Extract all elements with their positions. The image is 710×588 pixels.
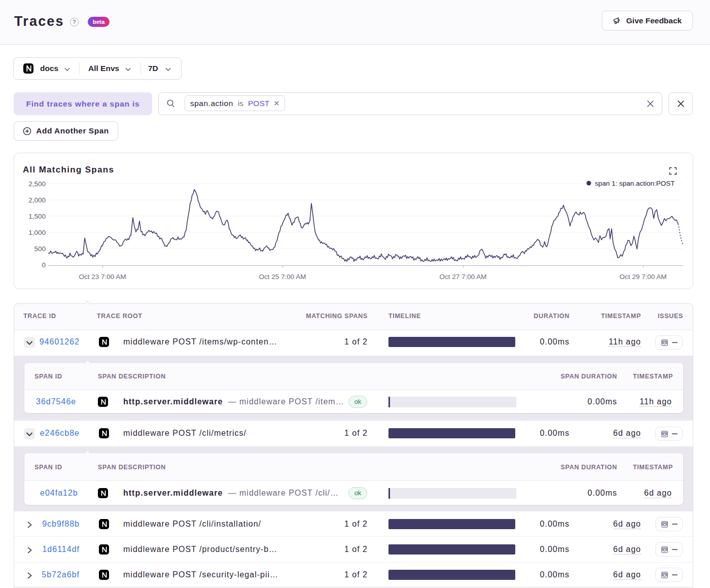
svg-text:2,500: 2,500	[28, 180, 46, 188]
svg-text:Oct 27 7:00 AM: Oct 27 7:00 AM	[439, 273, 486, 281]
svg-text:2,000: 2,000	[28, 196, 46, 204]
svg-text:Oct 25 7:00 AM: Oct 25 7:00 AM	[259, 273, 306, 281]
svg-text:1,500: 1,500	[28, 213, 46, 220]
svg-text:Oct 23 7:00 AM: Oct 23 7:00 AM	[79, 273, 126, 281]
svg-text:500: 500	[34, 245, 46, 253]
svg-text:1,000: 1,000	[28, 229, 46, 236]
svg-text:0: 0	[42, 261, 46, 269]
svg-text:span 1: span.action:POST: span 1: span.action:POST	[595, 180, 675, 187]
svg-text:Oct 29 7:00 AM: Oct 29 7:00 AM	[619, 273, 666, 281]
